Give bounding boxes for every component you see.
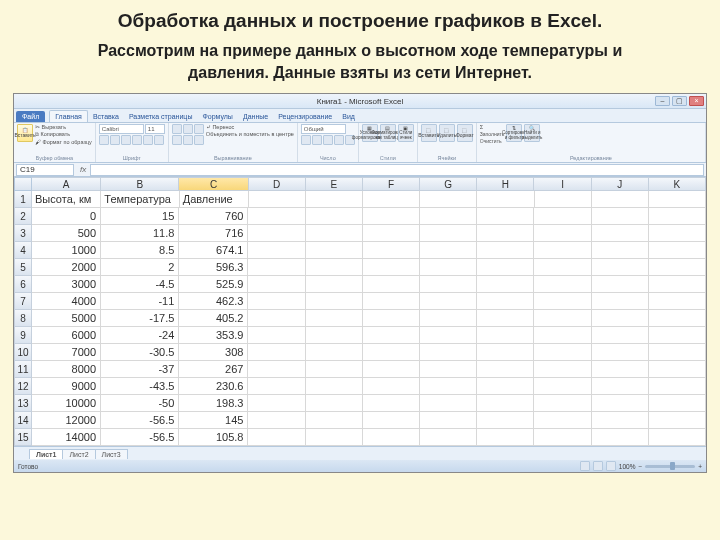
cell[interactable]	[248, 412, 305, 429]
cell[interactable]	[534, 208, 591, 225]
col-header-J[interactable]: J	[592, 177, 649, 191]
cell[interactable]	[477, 310, 534, 327]
cell[interactable]: 4000	[32, 293, 101, 310]
cell[interactable]	[306, 225, 363, 242]
cell[interactable]: 716	[179, 225, 248, 242]
cell[interactable]: 2	[101, 259, 179, 276]
col-header-D[interactable]: D	[249, 177, 306, 191]
cell[interactable]	[592, 242, 649, 259]
cell[interactable]	[306, 191, 363, 208]
align-bot-button[interactable]	[194, 124, 204, 134]
cell[interactable]: 525.9	[179, 276, 248, 293]
cell[interactable]	[363, 344, 420, 361]
cell[interactable]	[649, 208, 706, 225]
cell[interactable]: 11.8	[101, 225, 179, 242]
fill-button[interactable]: Заполнить	[480, 131, 505, 137]
cell[interactable]	[248, 429, 305, 446]
cell[interactable]	[306, 344, 363, 361]
col-header-F[interactable]: F	[363, 177, 420, 191]
zoom-out-button[interactable]: −	[638, 463, 642, 470]
cell[interactable]	[649, 259, 706, 276]
cell[interactable]	[306, 208, 363, 225]
inc-dec-button[interactable]	[334, 135, 344, 145]
cell[interactable]	[420, 293, 477, 310]
cell[interactable]	[649, 276, 706, 293]
cell[interactable]: 353.9	[179, 327, 248, 344]
cell[interactable]	[477, 395, 534, 412]
cell[interactable]	[363, 429, 420, 446]
cell[interactable]	[420, 395, 477, 412]
cell[interactable]	[649, 327, 706, 344]
cell[interactable]	[592, 429, 649, 446]
cell[interactable]: Температура	[101, 191, 179, 208]
format-table-button[interactable]: ▤Форматировать как таблицу	[380, 124, 396, 142]
cell[interactable]	[477, 344, 534, 361]
align-left-button[interactable]	[172, 135, 182, 145]
cell[interactable]	[592, 378, 649, 395]
cell[interactable]	[592, 276, 649, 293]
cell[interactable]	[534, 361, 591, 378]
cell[interactable]	[534, 276, 591, 293]
row-header-5[interactable]: 5	[14, 259, 32, 276]
cell[interactable]	[592, 361, 649, 378]
cell[interactable]	[306, 293, 363, 310]
cell[interactable]: -17.5	[101, 310, 179, 327]
cell[interactable]	[248, 276, 305, 293]
cell[interactable]	[363, 276, 420, 293]
cell[interactable]	[306, 361, 363, 378]
cell[interactable]	[649, 378, 706, 395]
col-header-I[interactable]: I	[534, 177, 591, 191]
cell[interactable]	[420, 429, 477, 446]
cut-button[interactable]: ✂ Вырезать	[35, 124, 92, 130]
cell[interactable]	[649, 191, 706, 208]
cell[interactable]	[248, 208, 305, 225]
cell[interactable]	[592, 208, 649, 225]
cell[interactable]	[477, 429, 534, 446]
cell[interactable]	[249, 191, 306, 208]
sheet-tab-3[interactable]: Лист3	[95, 449, 128, 459]
select-all-corner[interactable]	[14, 177, 32, 191]
cell[interactable]	[248, 225, 305, 242]
merge-button[interactable]: Объединить и поместить в центре	[206, 131, 294, 137]
cell[interactable]	[363, 208, 420, 225]
file-tab[interactable]: Файл	[16, 111, 45, 122]
cell[interactable]	[534, 412, 591, 429]
cell[interactable]	[420, 225, 477, 242]
cell[interactable]	[649, 310, 706, 327]
cell[interactable]	[477, 378, 534, 395]
cell[interactable]	[592, 310, 649, 327]
cell[interactable]: 2000	[32, 259, 101, 276]
cell[interactable]	[363, 293, 420, 310]
underline-button[interactable]	[121, 135, 131, 145]
cell[interactable]: -37	[101, 361, 179, 378]
cell[interactable]	[248, 310, 305, 327]
cell[interactable]: -50	[101, 395, 179, 412]
cell[interactable]	[477, 327, 534, 344]
cell[interactable]	[477, 259, 534, 276]
align-center-button[interactable]	[183, 135, 193, 145]
cell[interactable]	[420, 361, 477, 378]
tab-formulas[interactable]: Формулы	[197, 111, 237, 122]
cell[interactable]: -43.5	[101, 378, 179, 395]
cell[interactable]	[420, 412, 477, 429]
cell[interactable]	[306, 259, 363, 276]
row-header-13[interactable]: 13	[14, 395, 32, 412]
cell[interactable]: -4.5	[101, 276, 179, 293]
row-header-15[interactable]: 15	[14, 429, 32, 446]
tab-view[interactable]: Вид	[337, 111, 360, 122]
format-painter-button[interactable]: 🖌 Формат по образцу	[35, 139, 92, 145]
align-top-button[interactable]	[172, 124, 182, 134]
cell[interactable]: 308	[179, 344, 248, 361]
cell[interactable]	[363, 378, 420, 395]
cell[interactable]	[649, 344, 706, 361]
cell[interactable]	[420, 259, 477, 276]
cell[interactable]	[534, 225, 591, 242]
cell[interactable]: 674.1	[179, 242, 248, 259]
cell[interactable]: 230.6	[179, 378, 248, 395]
insert-cells-button[interactable]: ⬚Вставить	[421, 124, 437, 142]
cell[interactable]	[534, 395, 591, 412]
cell[interactable]: 267	[179, 361, 248, 378]
cell[interactable]	[306, 412, 363, 429]
tab-home[interactable]: Главная	[49, 110, 88, 122]
cell[interactable]	[592, 225, 649, 242]
